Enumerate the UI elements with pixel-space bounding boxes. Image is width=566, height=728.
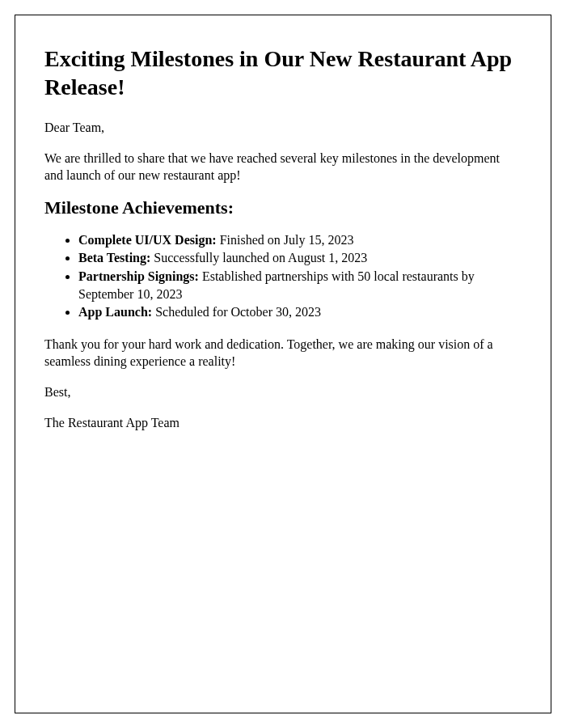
list-item: Complete UI/UX Design: Finished on July … (78, 231, 522, 249)
milestone-label: Beta Testing: (78, 251, 150, 265)
milestone-list: Complete UI/UX Design: Finished on July … (44, 231, 522, 321)
milestone-text: Finished on July 15, 2023 (217, 233, 354, 247)
page-title: Exciting Milestones in Our New Restauran… (44, 44, 522, 101)
greeting: Dear Team, (44, 119, 522, 137)
document-container: Exciting Milestones in Our New Restauran… (15, 15, 551, 713)
signature: The Restaurant App Team (44, 414, 522, 432)
list-item: Partnership Signings: Established partne… (78, 268, 522, 303)
milestone-text: Scheduled for October 30, 2023 (152, 305, 321, 319)
milestone-label: Partnership Signings: (78, 269, 199, 283)
milestone-label: Complete UI/UX Design: (78, 233, 217, 247)
signoff: Best, (44, 383, 522, 401)
section-heading: Milestone Achievements: (44, 197, 522, 218)
list-item: App Launch: Scheduled for October 30, 20… (78, 303, 522, 321)
intro-paragraph: We are thrilled to share that we have re… (44, 150, 522, 184)
thanks-paragraph: Thank you for your hard work and dedicat… (44, 336, 522, 370)
milestone-label: App Launch: (78, 305, 152, 319)
list-item: Beta Testing: Successfully launched on A… (78, 249, 522, 267)
milestone-text: Successfully launched on August 1, 2023 (150, 251, 367, 265)
